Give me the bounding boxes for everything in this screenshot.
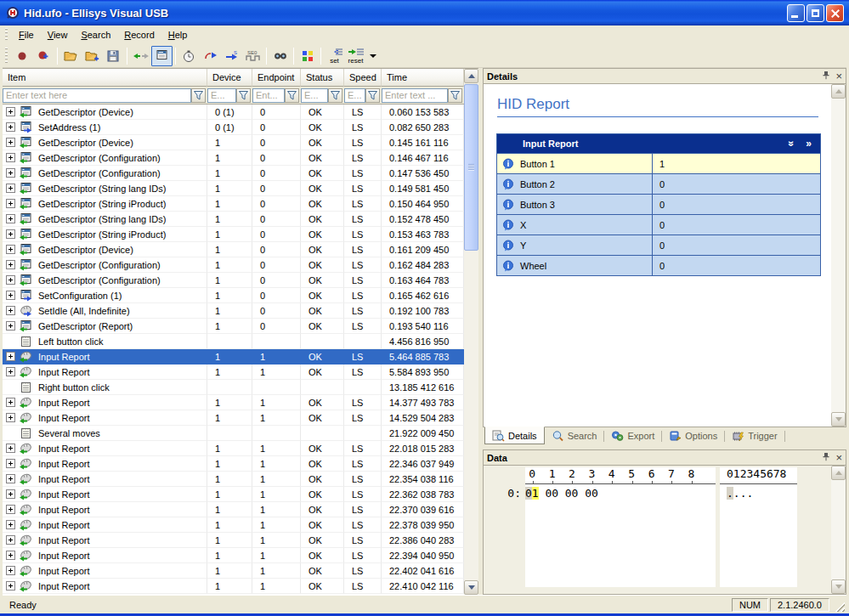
legend-colors-toolbar-icon[interactable] (297, 46, 318, 66)
menu-grip[interactable] (5, 28, 8, 41)
details-scrollbar[interactable] (831, 84, 846, 427)
table-scrollbar[interactable] (464, 69, 478, 595)
report-row[interactable]: Button 3 0 (497, 194, 820, 214)
data-scrollbar[interactable] (831, 466, 846, 594)
expand-toggle[interactable] (6, 474, 15, 483)
filter-input-speed[interactable] (344, 88, 365, 103)
transactions-toolbar-icon[interactable] (151, 46, 173, 66)
open-new-toolbar-icon[interactable] (82, 46, 103, 66)
table-row[interactable]: Input Report 1 1 OK LS 22.370 039 616 (3, 502, 478, 517)
record-toolbar-icon[interactable] (12, 46, 33, 66)
table-row[interactable]: Input Report 1 1 OK LS 22.018 015 283 (3, 441, 478, 456)
minimize-button[interactable] (787, 4, 805, 22)
input-report-header[interactable]: Input Report » » (497, 134, 820, 153)
details-close-icon[interactable]: × (835, 71, 842, 81)
data-scroll-up[interactable] (831, 466, 846, 480)
menu-search[interactable]: Search (74, 27, 117, 42)
table-row[interactable]: Input Report 1 1 OK LS 22.410 042 116 (3, 579, 478, 594)
table-row[interactable]: GetDescriptor (Report) 1 0 OK LS 0.193 5… (3, 319, 478, 334)
table-row[interactable]: GetDescriptor (Device) 0 (1) 0 OK LS 0.0… (3, 105, 478, 120)
table-row[interactable]: Several moves 21.922 009 450 (3, 426, 478, 441)
table-row[interactable]: SetAddress (1) 0 (1) 0 OK LS 0.082 650 2… (3, 120, 478, 135)
expand-toggle[interactable] (6, 214, 15, 223)
filter-funnel-icon[interactable] (191, 88, 206, 103)
se0-toolbar-icon[interactable]: SE0 (242, 46, 263, 66)
expand-toggle[interactable] (6, 245, 15, 254)
tab-details[interactable]: Details (484, 427, 545, 444)
toolbar-overflow-icon[interactable] (370, 54, 376, 58)
expand-toggle[interactable] (6, 122, 15, 132)
filter-input-device[interactable] (207, 88, 236, 103)
data-scroll-down[interactable] (831, 579, 846, 594)
expand-toggle[interactable] (6, 168, 15, 178)
scroll-up-button[interactable] (464, 69, 478, 83)
report-row[interactable]: Y 0 (497, 235, 820, 255)
save-toolbar-icon[interactable] (103, 46, 124, 66)
table-row[interactable]: SetConfiguration (1) 1 0 OK LS 0.165 462… (3, 288, 478, 303)
filter-input-endpoint[interactable] (252, 88, 285, 103)
menu-view[interactable]: View (41, 27, 75, 42)
expand-toggle[interactable] (6, 413, 15, 422)
hex-byte[interactable]: 00 (585, 487, 604, 500)
table-row[interactable]: Input Report 1 1 OK LS 22.386 040 283 (3, 533, 478, 548)
expand-toggle[interactable] (6, 153, 15, 162)
table-row[interactable]: GetDescriptor (Configuration) 1 0 OK LS … (3, 166, 478, 181)
filter-funnel-icon[interactable] (448, 88, 462, 103)
expand-toggle[interactable] (6, 275, 15, 285)
table-row[interactable]: Right button click 13.185 412 616 (3, 380, 478, 395)
filter-input-item[interactable] (3, 88, 191, 103)
table-row[interactable]: Input Report 1 1 OK LS 22.362 038 783 (3, 487, 478, 502)
tab-options[interactable]: Options (662, 427, 724, 444)
expand-toggle[interactable] (6, 138, 15, 147)
ascii-row[interactable]: .... (720, 487, 797, 500)
expand-toggle[interactable] (6, 520, 15, 529)
table-row[interactable]: GetDescriptor (Device) 1 0 OK LS 0.161 2… (3, 242, 478, 257)
filter-funnel-icon[interactable] (285, 88, 299, 103)
expand-toggle[interactable] (6, 489, 15, 499)
reset-toolbar-icon[interactable]: reset (345, 46, 366, 66)
table-row[interactable]: Input Report 1 1 OK LS 22.346 037 949 (3, 456, 478, 472)
table-row[interactable]: Input Report 1 1 OK LS 22.378 039 950 (3, 517, 478, 533)
table-row[interactable]: SetIdle (All, Indefinite) 1 0 OK LS 0.19… (3, 303, 478, 319)
table-row[interactable]: GetDescriptor (Configuration) 1 0 OK LS … (3, 150, 478, 166)
table-row[interactable]: Input Report 1 1 OK LS 14.377 493 783 (3, 395, 478, 410)
hex-byte[interactable]: 00 (565, 487, 585, 500)
filter-input-status[interactable] (301, 88, 328, 103)
table-row[interactable]: Left button click 4.456 816 950 (3, 334, 478, 349)
table-row[interactable]: GetDescriptor (String lang IDs) 1 0 OK L… (3, 212, 478, 227)
table-row[interactable]: Input Report 1 1 OK LS 22.354 038 116 (3, 472, 478, 487)
details-scroll-up[interactable] (831, 84, 846, 99)
app-icon[interactable] (5, 6, 20, 20)
expand-toggle[interactable] (6, 321, 15, 331)
data-pin-icon[interactable] (822, 452, 830, 463)
table-row[interactable]: GetDescriptor (String iProduct) 1 0 OK L… (3, 227, 478, 242)
record-new-toolbar-icon[interactable] (33, 46, 54, 66)
hex-bytes-area[interactable]: 012345678 01000000 (525, 467, 716, 587)
collapse-chevron-icon[interactable]: » (785, 141, 797, 147)
expand-toggle[interactable] (6, 260, 15, 269)
expand-toggle[interactable] (6, 107, 15, 116)
column-header-speed[interactable]: Speed (344, 69, 382, 87)
table-row[interactable]: GetDescriptor (String iProduct) 1 0 OK L… (3, 196, 478, 212)
find-toolbar-icon[interactable] (269, 46, 291, 66)
expand-toggle[interactable] (6, 581, 15, 591)
column-header-status[interactable]: Status (301, 69, 344, 87)
menu-record[interactable]: Record (117, 27, 161, 42)
table-row[interactable]: GetDescriptor (Configuration) 1 0 OK LS … (3, 257, 478, 273)
expand-toggle[interactable] (6, 459, 15, 468)
table-row[interactable]: GetDescriptor (Device) 1 0 OK LS 0.145 1… (3, 135, 478, 150)
table-row[interactable]: Input Report 1 1 OK LS 22.402 041 616 (3, 563, 478, 579)
ascii-area[interactable]: 012345678 .... (720, 467, 797, 587)
expand-toggle[interactable] (6, 352, 15, 361)
set-toolbar-icon[interactable]: set (324, 46, 345, 66)
expand-toggle[interactable] (6, 505, 15, 514)
stopwatch-toolbar-icon[interactable] (178, 46, 200, 66)
hex-view[interactable]: 0: 012345678 01000000 012345678 .... (483, 466, 846, 595)
column-header-item[interactable]: Item (3, 69, 207, 87)
expand-toggle[interactable] (6, 535, 15, 545)
hex-byte-row[interactable]: 01000000 (525, 487, 716, 500)
expand-toggle[interactable] (6, 367, 15, 376)
tab-trigger[interactable]: Trigger (725, 427, 784, 444)
column-header-time[interactable]: Time (382, 69, 464, 87)
report-row[interactable]: X 0 (497, 214, 820, 235)
